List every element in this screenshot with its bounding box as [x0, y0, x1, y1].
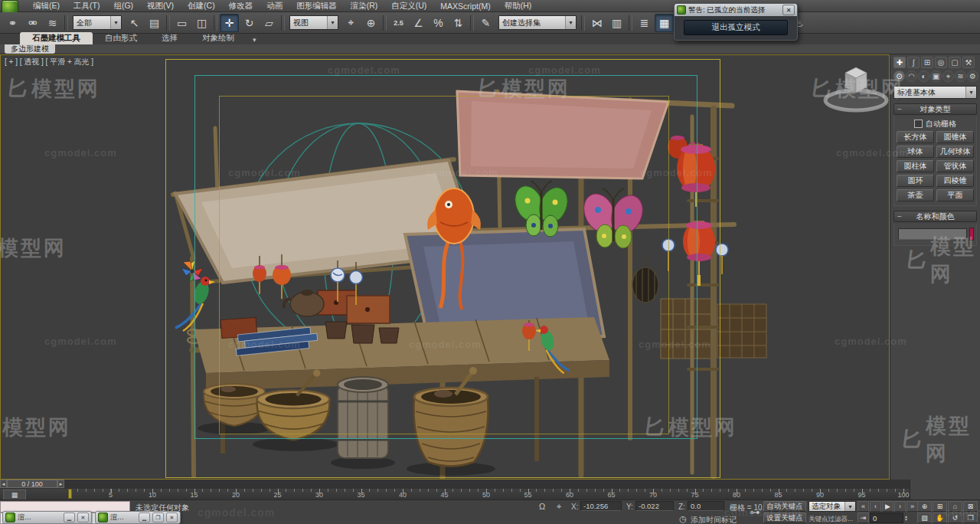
- minimize-icon[interactable]: ▁: [64, 513, 75, 522]
- zoom-button[interactable]: ⊕: [917, 501, 932, 512]
- use-pivot-point-center-button[interactable]: ⌖: [341, 14, 361, 32]
- collapse-icon[interactable]: −: [894, 105, 905, 113]
- align-button[interactable]: ▥: [607, 14, 626, 32]
- ribbon-tab-对象绘制[interactable]: 对象绘制: [190, 32, 247, 44]
- select-and-rotate-button[interactable]: ↻: [240, 14, 259, 32]
- butterfly-kite-pink[interactable]: [578, 188, 648, 248]
- zoom-extents-all-button[interactable]: ⊠: [963, 501, 978, 512]
- tab-polygon-modeling[interactable]: 多边形建模: [5, 44, 55, 54]
- named-selection-sets-dropdown[interactable]: 创建选择集▾: [498, 15, 577, 30]
- category-helpers[interactable]: ⌖: [942, 70, 954, 82]
- pinwheel-toy[interactable]: [181, 260, 203, 282]
- close-icon[interactable]: ✕: [77, 513, 89, 522]
- menu-item[interactable]: 动画: [260, 0, 289, 12]
- ribbon-tab-自由形式[interactable]: 自由形式: [93, 32, 149, 44]
- menu-item[interactable]: 渲染(R): [344, 0, 385, 12]
- previous-frame-button[interactable]: ‹: [870, 501, 881, 512]
- category-cameras[interactable]: ▣: [930, 70, 942, 82]
- reference-coordinate-system-dropdown[interactable]: 视图▾: [289, 15, 338, 30]
- chevron-down-icon[interactable]: ▾: [965, 87, 976, 98]
- select-and-move-button[interactable]: ✛: [220, 14, 239, 32]
- selection-lock-icon[interactable]: Ω: [536, 501, 548, 512]
- viewport-label[interactable]: [ + ] [ 透视 ] [ 平滑 + 高光 ]: [5, 57, 93, 67]
- primitive-button[interactable]: 四棱锥: [936, 175, 974, 187]
- panel-tab-modify[interactable]: ∫: [907, 57, 920, 68]
- primitive-button[interactable]: 管状体: [936, 160, 974, 172]
- panel-tab-motion[interactable]: ◎: [935, 57, 947, 68]
- current-frame-marker[interactable]: [68, 489, 72, 499]
- maximize-icon[interactable]: ❐: [152, 513, 164, 522]
- exit-isolation-button[interactable]: 退出孤立模式: [684, 20, 788, 35]
- chevron-down-icon[interactable]: ▾: [327, 16, 338, 29]
- chevron-down-icon[interactable]: ▾: [565, 16, 576, 29]
- menu-item[interactable]: 帮助(H): [498, 0, 539, 12]
- category-geometry[interactable]: ⊙: [893, 70, 905, 82]
- menu-item[interactable]: MAXScript(M): [433, 1, 497, 11]
- menu-item[interactable]: 图形编辑器: [289, 0, 344, 12]
- add-time-tag[interactable]: 添加时间标记: [691, 515, 737, 524]
- key-mode-toggle[interactable]: ⇥: [858, 513, 869, 523]
- mirror-button[interactable]: ⋈: [587, 14, 606, 32]
- canopy-pink[interactable]: [457, 91, 668, 178]
- menu-item[interactable]: 工具(T): [67, 0, 106, 12]
- rectangular-selection-region-button[interactable]: ▭: [172, 14, 191, 32]
- frame-spinner[interactable]: ▲▼: [904, 515, 908, 521]
- category-shapes[interactable]: ◠: [906, 70, 917, 82]
- primitive-button[interactable]: 平面: [936, 189, 974, 201]
- edit-named-selection-sets-button[interactable]: ✎: [476, 14, 495, 32]
- ribbon-minimize-icon[interactable]: ▾: [247, 35, 263, 44]
- snaps-toggle-button[interactable]: 2.5: [389, 14, 408, 32]
- set-key-button[interactable]: 设置关键点: [763, 513, 806, 523]
- timeline-ruler[interactable]: 5101520253035404550556065707580859095100: [0, 489, 910, 499]
- scene-3d-market-stall[interactable]: [1, 55, 889, 479]
- play-button[interactable]: ▶: [882, 501, 893, 512]
- select-and-link-button[interactable]: ⚭: [3, 14, 22, 32]
- autogrid-checkbox[interactable]: [914, 120, 923, 128]
- rollout-object-type[interactable]: − 对象类型: [893, 103, 977, 115]
- select-object-button[interactable]: ↖: [125, 14, 144, 32]
- menu-item[interactable]: 编辑(E): [26, 0, 67, 12]
- open-mini-curve-editor-button[interactable]: ▦: [3, 490, 26, 500]
- parrot-left[interactable]: [175, 277, 215, 331]
- manage-layers-button[interactable]: ≣: [635, 14, 654, 32]
- wicker-basket-1[interactable]: [204, 384, 265, 426]
- chevron-down-icon[interactable]: ▾: [110, 16, 121, 29]
- zoom-region-button[interactable]: ▧: [917, 513, 932, 523]
- menu-item[interactable]: 视图(V): [140, 0, 181, 12]
- category-space-warps[interactable]: ≋: [955, 70, 966, 82]
- rollout-name-color[interactable]: − 名称和颜色: [893, 211, 977, 222]
- chevron-down-icon[interactable]: ▾: [844, 502, 855, 511]
- dialog-titlebar[interactable]: 警告: 已孤立的当前选择 ✕: [675, 4, 797, 16]
- key-filters-button[interactable]: 关键点过滤器...: [808, 515, 853, 524]
- angle-snap-toggle-button[interactable]: ∠: [409, 14, 428, 32]
- primitive-button[interactable]: 圆柱体: [897, 160, 934, 172]
- minimized-window-2[interactable]: 渲… ▁ ❐ ✕: [95, 511, 181, 524]
- primitive-button[interactable]: 茶壶: [897, 189, 934, 201]
- menu-item[interactable]: 自定义(U): [384, 0, 433, 12]
- close-icon[interactable]: ✕: [782, 5, 795, 15]
- viewcube[interactable]: [825, 67, 887, 110]
- menu-item[interactable]: 创建(C): [181, 0, 222, 12]
- percent-snap-toggle-button[interactable]: %: [429, 14, 448, 32]
- select-and-manipulate-button[interactable]: ⊕: [361, 14, 381, 32]
- ribbon-tab-选择[interactable]: 选择: [149, 32, 190, 44]
- panel-tab-utilities[interactable]: ⚒: [962, 57, 975, 68]
- panel-tab-display[interactable]: ▢: [949, 57, 961, 68]
- category-lights[interactable]: ◐: [918, 70, 929, 82]
- previous-frame-arrow[interactable]: ◂: [0, 480, 7, 488]
- window-crossing-toggle-button[interactable]: ◫: [192, 14, 211, 32]
- spinner-snap-toggle-button[interactable]: ⇅: [449, 14, 468, 32]
- pan-button[interactable]: ✋: [933, 513, 947, 523]
- next-frame-arrow[interactable]: ▸: [57, 480, 64, 488]
- time-tag-icon[interactable]: ◷: [677, 513, 689, 524]
- current-frame-field[interactable]: 0: [870, 513, 903, 523]
- menu-item[interactable]: 修改器: [222, 0, 260, 12]
- primitive-type-dropdown[interactable]: 标准基本体 ▾: [893, 86, 977, 99]
- wooden-barrel[interactable]: [338, 377, 388, 458]
- panel-tab-hierarchy[interactable]: ⊞: [921, 57, 933, 68]
- time-slider[interactable]: ◂ 0 / 100 ▸: [0, 480, 64, 488]
- panel-tab-create[interactable]: ✚: [893, 57, 906, 68]
- object-color-swatch[interactable]: [969, 228, 974, 241]
- graphite-modeling-tools-button[interactable]: ▦: [655, 14, 674, 32]
- bind-to-space-warp-button[interactable]: ≋: [43, 14, 62, 32]
